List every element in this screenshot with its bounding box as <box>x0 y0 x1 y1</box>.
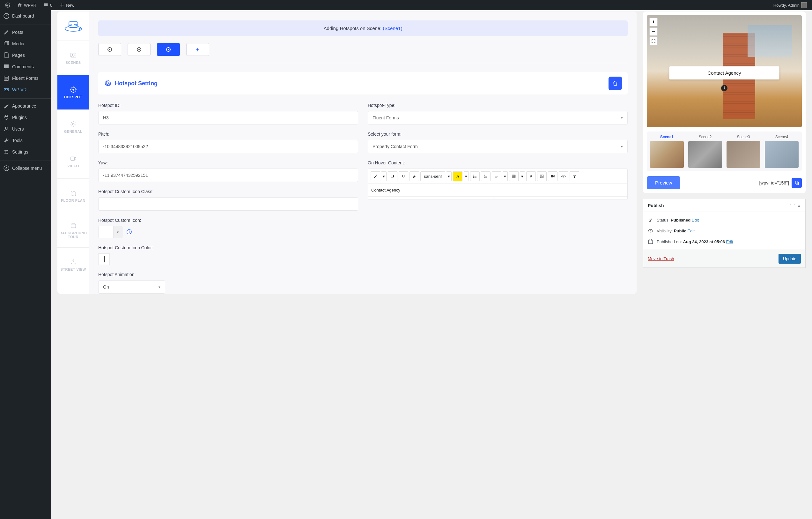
tab-streetview[interactable]: STREET VIEW <box>57 248 89 282</box>
scene-thumb-2[interactable]: Scene2 <box>688 135 722 168</box>
hotspot-tab-2[interactable] <box>127 43 150 56</box>
gear-icon <box>104 80 111 87</box>
hotspot-setting-header: Hotspot Setting <box>98 72 628 94</box>
metabox-down-button[interactable]: ˅ <box>793 202 797 209</box>
scene-thumb-1[interactable]: Scene1 <box>650 135 684 168</box>
rte-bold-button[interactable]: B <box>388 171 397 181</box>
menu-fluentforms[interactable]: Fluent Forms <box>0 73 51 84</box>
menu-dashboard[interactable]: Dashboard <box>0 10 51 22</box>
custom-icon-label: Hotspot Custom Icon: <box>98 218 358 223</box>
trash-icon <box>612 80 618 86</box>
menu-pages[interactable]: Pages <box>0 50 51 61</box>
rte-underline-button[interactable]: U <box>399 171 408 181</box>
rte-help-button[interactable]: ? <box>570 171 579 181</box>
icon-picker[interactable] <box>98 226 114 238</box>
edit-date-link[interactable]: Edit <box>726 239 733 244</box>
tab-bgtour[interactable]: BACKGROUND TOUR <box>57 213 89 248</box>
wp-logo[interactable] <box>3 0 13 10</box>
rte-align-button[interactable] <box>492 171 501 181</box>
rte-table-button[interactable] <box>509 171 519 181</box>
pitch-input[interactable] <box>98 140 358 153</box>
edit-visibility-link[interactable]: Edit <box>688 228 695 233</box>
svg-point-7 <box>7 151 8 151</box>
menu-wpvr[interactable]: WP VR <box>0 84 51 95</box>
tab-scenes[interactable]: SCENES <box>57 41 89 75</box>
menu-media[interactable]: Media <box>0 38 51 50</box>
metabox-toggle-button[interactable]: ▴ <box>797 202 801 209</box>
menu-comments[interactable]: Comments <box>0 61 51 73</box>
hotspot-type-select[interactable]: Fluent Forms <box>368 111 628 125</box>
rte-highlight-dropdown[interactable]: ▾ <box>464 171 469 181</box>
scene-link[interactable]: (Scene1) <box>383 26 403 31</box>
rte-html-button[interactable]: </> <box>559 171 568 181</box>
menu-plugins[interactable]: Plugins <box>0 112 51 123</box>
comments-link[interactable]: 0 <box>41 0 55 10</box>
preview-button[interactable]: Preview <box>647 176 680 189</box>
rte-magic-dropdown[interactable]: ▾ <box>381 171 386 181</box>
pitch-label: Pitch: <box>98 132 358 137</box>
menu-users[interactable]: Users <box>0 123 51 135</box>
svg-rect-32 <box>551 175 553 177</box>
svg-point-6 <box>5 127 7 129</box>
key-icon <box>648 217 654 223</box>
tab-floorplan[interactable]: FLOOR PLAN <box>57 179 89 213</box>
zoom-in-button[interactable]: + <box>649 18 658 26</box>
copy-icon <box>794 180 799 186</box>
rte-ul-button[interactable] <box>470 171 480 181</box>
howdy-link[interactable]: Howdy, Admin <box>771 0 809 10</box>
rte-eraser-button[interactable] <box>409 171 419 181</box>
tab-hotspot[interactable]: HOTSPOT <box>57 75 89 110</box>
rte-font-dropdown[interactable]: ▾ <box>446 171 452 181</box>
rte-link-button[interactable] <box>526 171 536 181</box>
hotspot-tab-1[interactable] <box>98 43 121 56</box>
rte-font-select[interactable]: sans-serif <box>420 171 445 181</box>
rte-video-button[interactable] <box>548 171 557 181</box>
menu-tools[interactable]: Tools <box>0 135 51 146</box>
svg-rect-20 <box>71 224 76 227</box>
menu-posts[interactable]: Posts <box>0 27 51 38</box>
hotspot-marker[interactable]: i <box>721 85 727 91</box>
panorama-preview[interactable]: + − Contact Agency i <box>647 15 802 127</box>
delete-hotspot-button[interactable] <box>609 77 622 90</box>
adding-hotspot-banner: Adding Hotspots on Scene: (Scene1) <box>98 21 628 36</box>
rte-content[interactable]: Contact Agency <box>368 184 627 196</box>
rte-image-button[interactable] <box>537 171 547 181</box>
tab-video[interactable]: VIDEO <box>57 144 89 179</box>
new-link[interactable]: New <box>57 0 77 10</box>
svg-point-22 <box>73 260 74 261</box>
animation-select[interactable]: On <box>98 280 165 294</box>
menu-settings[interactable]: Settings <box>0 146 51 158</box>
scene-thumb-4[interactable]: Scene4 <box>765 135 799 168</box>
info-icon[interactable] <box>126 229 132 236</box>
svg-point-15 <box>72 54 73 55</box>
rte-ol-button[interactable]: 123 <box>481 171 491 181</box>
right-panel: + − Contact Agency i Scene1 Scene2 Scene… <box>643 11 806 294</box>
rte-magic-button[interactable] <box>371 171 380 181</box>
yaw-input[interactable] <box>98 168 358 182</box>
select-form-label: Select your form: <box>368 132 628 137</box>
update-button[interactable]: Update <box>779 254 801 264</box>
scene-thumb-3[interactable]: Scene3 <box>727 135 760 168</box>
site-link[interactable]: WPVR <box>15 0 39 10</box>
menu-collapse[interactable]: Collapse menu <box>0 162 51 174</box>
rte-highlight-button[interactable]: A <box>453 171 462 181</box>
color-picker[interactable] <box>98 253 110 265</box>
zoom-out-button[interactable]: − <box>649 27 658 36</box>
metabox-up-button[interactable]: ˄ <box>789 202 792 209</box>
plus-icon: ＋ <box>195 46 201 53</box>
menu-appearance[interactable]: Appearance <box>0 100 51 112</box>
hotspot-id-input[interactable] <box>98 111 358 125</box>
rte-table-dropdown[interactable]: ▾ <box>520 171 525 181</box>
copy-shortcode-button[interactable] <box>791 178 802 188</box>
icon-class-input[interactable] <box>98 197 358 211</box>
icon-picker-dropdown[interactable]: ▾ <box>114 226 122 238</box>
form-select[interactable]: Property Contact Form <box>368 140 628 153</box>
tab-general[interactable]: GENERAL <box>57 110 89 144</box>
rte-resize-handle[interactable] <box>368 196 627 199</box>
rte-align-dropdown[interactable]: ▾ <box>503 171 508 181</box>
move-to-trash-link[interactable]: Move to Trash <box>648 256 674 261</box>
fullscreen-button[interactable] <box>649 37 658 45</box>
hotspot-tab-3[interactable] <box>157 43 180 56</box>
edit-status-link[interactable]: Edit <box>692 218 699 222</box>
hotspot-tab-add[interactable]: ＋ <box>186 43 209 56</box>
